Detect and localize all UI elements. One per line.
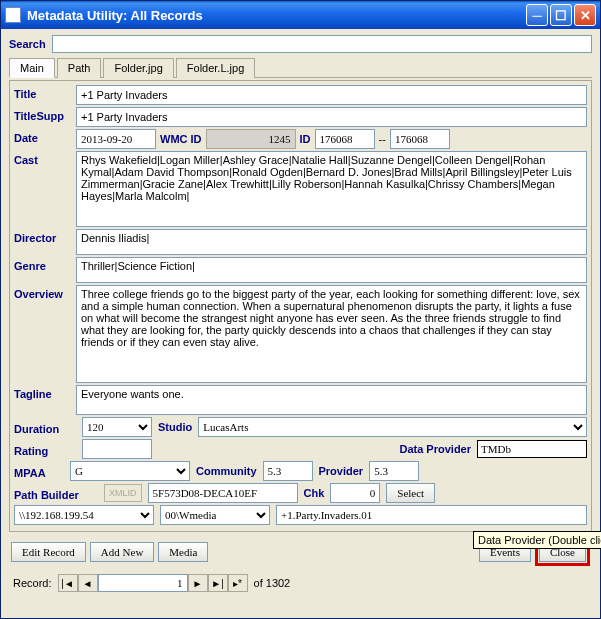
cast-label: Cast [14,151,76,227]
dataprovider-input[interactable] [477,440,587,458]
record-navigator: Record: |◄ ◄ ► ►| ▸* of 1302 [9,574,592,592]
wmcid-value: 1245 [206,129,296,149]
edit-record-button[interactable]: Edit Record [11,542,86,562]
duration-select[interactable]: 120 [82,417,152,437]
cast-input[interactable] [76,151,587,227]
tooltip: Data Provider (Double click to edit) [473,531,601,549]
studio-select[interactable]: LucasArts [198,417,587,437]
duration-label: Duration [14,420,76,435]
community-label: Community [196,465,257,477]
pathbuilder-label: Path Builder [14,486,98,501]
id-label: ID [300,133,311,145]
nav-prev-button[interactable]: ◄ [78,574,98,592]
nav-first-button[interactable]: |◄ [58,574,78,592]
tagline-input[interactable] [76,385,587,415]
nav-new-button[interactable]: ▸* [228,574,248,592]
director-input[interactable] [76,229,587,255]
nav-last-button[interactable]: ►| [208,574,228,592]
chk-input[interactable] [330,483,380,503]
minimize-button[interactable]: ─ [526,4,548,26]
tab-strip: Main Path Folder.jpg Folder.L.jpg [9,57,592,78]
community-input[interactable] [263,461,313,481]
rating-label: Rating [14,442,76,457]
pb-guid-input[interactable] [148,483,298,503]
pb-path2-select[interactable]: 00\Wmedia [160,505,270,525]
search-label: Search [9,38,46,50]
xmlid-button[interactable]: XMLID [104,484,142,502]
overview-input[interactable] [76,285,587,383]
genre-label: Genre [14,257,76,283]
overview-label: Overview [14,285,76,383]
id2-input[interactable] [390,129,450,149]
pb-path3-input[interactable] [276,505,587,525]
dataprovider-label: Data Provider [399,443,471,455]
add-new-button[interactable]: Add New [90,542,154,562]
provider-label: Provider [319,465,364,477]
rating-input[interactable] [82,439,152,459]
nav-next-button[interactable]: ► [188,574,208,592]
record-label: Record: [13,577,52,589]
window-close-button[interactable]: ✕ [574,4,596,26]
maximize-button[interactable]: ☐ [550,4,572,26]
window-title: Metadata Utility: All Records [27,8,526,23]
tab-folder-l-jpg[interactable]: Folder.L.jpg [176,58,255,78]
tab-main[interactable]: Main [9,58,55,78]
mpaa-select[interactable]: G [70,461,190,481]
studio-label: Studio [158,421,192,433]
search-input[interactable] [52,35,592,53]
titlesupp-input[interactable] [76,107,587,127]
titlebar: Metadata Utility: All Records ─ ☐ ✕ [1,1,600,29]
window-frame: Metadata Utility: All Records ─ ☐ ✕ Sear… [0,0,601,619]
select-button[interactable]: Select [386,483,435,503]
id-input[interactable] [315,129,375,149]
title-label: Title [14,85,76,105]
date-label: Date [14,129,76,149]
provider-input[interactable] [369,461,419,481]
chk-label: Chk [304,487,325,499]
date-input[interactable] [76,129,156,149]
id-sep: -- [379,133,386,145]
pb-path1-select[interactable]: \\192.168.199.54 [14,505,154,525]
record-number-input[interactable] [98,574,188,592]
tagline-label: Tagline [14,385,76,415]
mpaa-label: MPAA [14,464,64,479]
titlesupp-label: TitleSupp [14,107,76,127]
app-icon [5,7,21,23]
wmcid-label: WMC ID [160,133,202,145]
director-label: Director [14,229,76,255]
media-button[interactable]: Media [158,542,208,562]
title-input[interactable] [76,85,587,105]
record-of-label: of 1302 [254,577,291,589]
genre-input[interactable] [76,257,587,283]
tab-path[interactable]: Path [57,58,102,78]
main-panel: Title TitleSupp Date WMC ID 1245 ID -- [9,80,592,532]
tab-folder-jpg[interactable]: Folder.jpg [103,58,173,78]
